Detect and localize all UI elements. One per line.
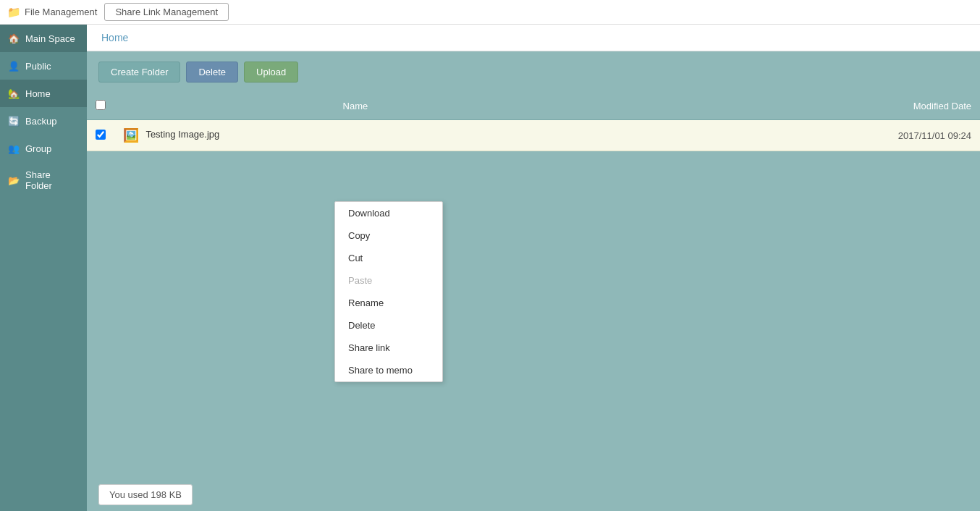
sidebar-item-label-backup: Backup bbox=[25, 116, 56, 127]
group-icon: 👥 bbox=[7, 142, 20, 155]
file-table: Name Modified Date 🖼️ Testing Image.jpg … bbox=[87, 93, 980, 151]
sidebar-item-public[interactable]: 👤 Public bbox=[0, 52, 87, 80]
upload-button[interactable]: Upload bbox=[244, 62, 298, 83]
main-layout: 🏠 Main Space 👤 Public 🏡 Home 🔄 Backup 👥 … bbox=[0, 25, 980, 511]
toolbar: Create Folder Delete Upload bbox=[87, 51, 980, 93]
delete-button[interactable]: Delete bbox=[186, 62, 238, 83]
share-folder-icon: 📂 bbox=[7, 174, 20, 187]
sidebar-item-label-main-space: Main Space bbox=[25, 33, 75, 44]
sidebar-item-label-public: Public bbox=[25, 61, 51, 72]
file-table-container: Name Modified Date 🖼️ Testing Image.jpg … bbox=[87, 93, 980, 478]
breadcrumb-bar: Home bbox=[87, 25, 980, 51]
main-space-icon: 🏠 bbox=[7, 32, 20, 45]
file-type-icon: 🖼️ bbox=[123, 127, 139, 143]
table-header-row: Name Modified Date bbox=[87, 93, 980, 120]
breadcrumb-home[interactable]: Home bbox=[101, 32, 128, 43]
file-panel: Create Folder Delete Upload Name bbox=[87, 51, 980, 511]
select-all-cell bbox=[87, 93, 114, 120]
row-date-cell: 2017/11/01 09:24 bbox=[596, 120, 980, 151]
sidebar-item-label-home: Home bbox=[25, 88, 51, 99]
sidebar-item-backup[interactable]: 🔄 Backup bbox=[0, 107, 87, 135]
col-header-date: Modified Date bbox=[596, 93, 980, 120]
folder-icon: 📁 bbox=[7, 6, 21, 19]
context-menu-item-download[interactable]: Download bbox=[335, 202, 442, 224]
sidebar-item-group[interactable]: 👥 Group bbox=[0, 135, 87, 162]
sidebar-item-main-space[interactable]: 🏠 Main Space bbox=[0, 25, 87, 52]
content-area: Home Create Folder Delete Upload bbox=[87, 25, 980, 511]
context-menu-item-rename[interactable]: Rename bbox=[335, 292, 442, 314]
file-name: Testing Image.jpg bbox=[145, 129, 219, 140]
sidebar-item-label-group: Group bbox=[25, 143, 51, 154]
file-management-nav[interactable]: 📁 File Management bbox=[7, 6, 97, 19]
context-menu-item-copy[interactable]: Copy bbox=[335, 224, 442, 247]
sidebar-item-label-share-folder: Share Folder bbox=[25, 169, 80, 191]
storage-text: You used 198 KB bbox=[109, 489, 182, 500]
context-menu-item-share-link[interactable]: Share link bbox=[335, 337, 442, 359]
sidebar: 🏠 Main Space 👤 Public 🏡 Home 🔄 Backup 👥 … bbox=[0, 25, 87, 511]
share-link-management-button[interactable]: Share Link Management bbox=[104, 3, 229, 21]
create-folder-button[interactable]: Create Folder bbox=[98, 62, 180, 83]
sidebar-item-home[interactable]: 🏡 Home bbox=[0, 80, 87, 107]
context-menu: DownloadCopyCutPasteRenameDeleteShare li… bbox=[334, 201, 443, 382]
row-checkbox[interactable] bbox=[96, 130, 106, 140]
table-row: 🖼️ Testing Image.jpg 2017/11/01 09:24 bbox=[87, 120, 980, 151]
backup-icon: 🔄 bbox=[7, 114, 20, 127]
public-icon: 👤 bbox=[7, 59, 20, 72]
context-menu-item-share-to-memo[interactable]: Share to memo bbox=[335, 359, 442, 381]
context-menu-item-cut[interactable]: Cut bbox=[335, 247, 442, 269]
storage-info: You used 198 KB bbox=[98, 484, 193, 505]
sidebar-item-share-folder[interactable]: 📂 Share Folder bbox=[0, 162, 87, 198]
col-header-name: Name bbox=[114, 93, 596, 120]
row-checkbox-cell bbox=[87, 120, 114, 151]
context-menu-item-paste: Paste bbox=[335, 269, 442, 292]
row-name-cell: 🖼️ Testing Image.jpg bbox=[114, 120, 596, 151]
context-menu-item-delete[interactable]: Delete bbox=[335, 314, 442, 337]
select-all-checkbox[interactable] bbox=[96, 100, 106, 110]
file-management-label: File Management bbox=[25, 7, 97, 17]
home-icon: 🏡 bbox=[7, 87, 20, 100]
top-bar: 📁 File Management Share Link Management bbox=[0, 0, 980, 25]
status-bar: You used 198 KB bbox=[87, 478, 980, 511]
